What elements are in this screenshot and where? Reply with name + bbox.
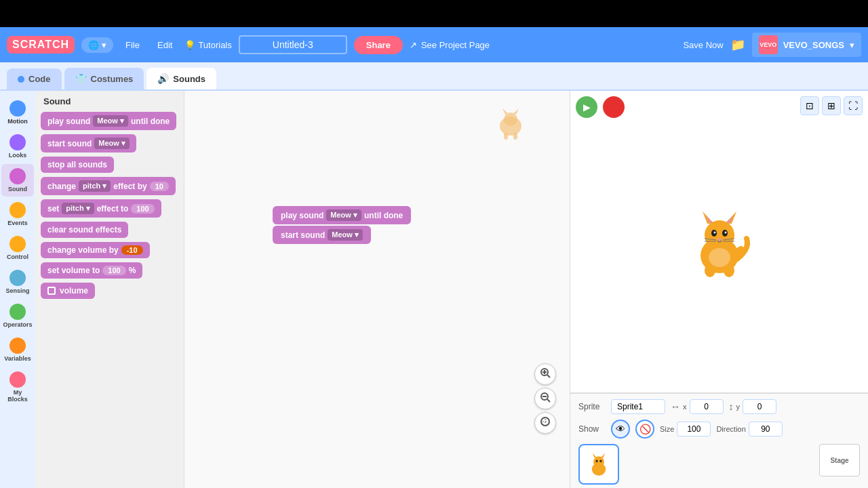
block-change-volume[interactable]: change volume by -10 [41, 242, 150, 258]
category-motion[interactable]: Motion [1, 96, 34, 129]
svg-line-7 [547, 375, 550, 378]
category-variables[interactable]: Variables [1, 333, 34, 366]
project-name-input[interactable] [239, 35, 347, 54]
scratch-logo[interactable]: SCRATCH [7, 36, 75, 54]
user-area: VEVO VEVO_SONGS ▾ [752, 33, 861, 57]
zoom-in-button[interactable] [534, 363, 556, 385]
size-input[interactable] [677, 422, 711, 436]
svg-point-40 [599, 460, 601, 462]
svg-point-17 [705, 220, 734, 250]
block-stop-all-sounds[interactable]: stop all sounds [41, 157, 114, 173]
category-operators[interactable]: Operators [1, 300, 34, 332]
svg-point-39 [596, 460, 598, 462]
svg-point-26 [717, 238, 722, 241]
edit-menu[interactable]: Edit [152, 37, 178, 53]
sprite-info-panel: Sprite ↔ x ↕ y Show 👁 � [570, 393, 868, 488]
category-looks[interactable]: Looks [1, 130, 34, 163]
zoom-out-button[interactable] [534, 388, 556, 409]
show-label: Show [578, 424, 606, 434]
sprite-info-row-2: Show 👁 🚫 Size Direction [578, 420, 860, 439]
script-area: play sound Meow ▾ until done start sound… [184, 91, 570, 488]
green-flag-button[interactable]: ▶ [576, 96, 597, 118]
events-dot [9, 202, 26, 218]
control-dot [9, 236, 26, 252]
block-volume[interactable]: volume [41, 283, 95, 299]
sprite-label: Sprite [578, 402, 606, 411]
categories-panel: Motion Looks Sound Events Control Sensin… [0, 91, 35, 488]
category-events[interactable]: Events [1, 198, 34, 230]
save-now-button[interactable]: Save Now [683, 40, 723, 50]
show-eye-button[interactable]: 👁 [611, 420, 630, 439]
variables-label: Variables [4, 355, 31, 362]
user-logo: VEVO [759, 35, 778, 54]
stage-cat-sprite [686, 205, 753, 279]
tab-costumes[interactable]: 👕 Costumes [64, 68, 144, 89]
hide-eye-button[interactable]: 🚫 [635, 420, 654, 439]
meow-dropdown-2[interactable]: Meow ▾ [94, 138, 130, 149]
block-start-sound[interactable]: start sound Meow ▾ [41, 134, 136, 152]
zoom-controls [534, 363, 556, 434]
lightbulb-icon: 💡 [184, 40, 195, 50]
layout-fullscreen-button[interactable]: ⛶ [844, 96, 863, 115]
motion-label: Motion [7, 118, 28, 125]
project-page-button[interactable]: ↗ See Project Page [410, 40, 490, 50]
stage-controls: ▶ [576, 96, 625, 118]
pitch-value-1[interactable]: 10 [150, 182, 169, 191]
user-name: VEVO_SONGS [783, 40, 844, 50]
canvas-block-play-sound[interactable]: play sound Meow ▾ until done [273, 206, 411, 224]
stage-section: Stage [819, 444, 860, 485]
canvas-block-group-1[interactable]: play sound Meow ▾ until done start sound… [273, 206, 411, 244]
tab-sounds[interactable]: 🔊 Sounds [146, 68, 216, 89]
layout-small-icon: ⊡ [806, 100, 814, 111]
tutorials-button[interactable]: 💡 Tutorials [184, 40, 231, 50]
stop-button[interactable] [603, 96, 625, 118]
variables-dot [9, 338, 26, 354]
volume-checkbox[interactable] [47, 287, 56, 295]
canvas-block-start-sound[interactable]: start sound Meow ▾ [273, 226, 371, 244]
direction-input[interactable] [749, 422, 783, 436]
volume-set-value[interactable]: 100 [102, 266, 125, 275]
tab-code[interactable]: Code [7, 68, 62, 89]
category-control[interactable]: Control [1, 232, 34, 264]
x-input[interactable] [690, 399, 724, 414]
header: SCRATCH 🌐 ▾ File Edit 💡 Tutorials Share … [0, 27, 868, 62]
meow-dropdown-1[interactable]: Meow ▾ [93, 115, 128, 127]
canvas-meow-2[interactable]: Meow ▾ [328, 229, 363, 241]
category-myblocks[interactable]: My Blocks [1, 367, 34, 407]
volume-change-value[interactable]: -10 [121, 245, 143, 255]
block-clear-sound-effects[interactable]: clear sound effects [41, 222, 128, 238]
file-menu[interactable]: File [120, 37, 145, 53]
size-label: Size [660, 425, 674, 433]
cat-hint-svg [492, 104, 529, 142]
folder-button[interactable]: 📁 [730, 37, 745, 52]
layout-medium-button[interactable]: ⊞ [822, 96, 841, 115]
block-set-volume[interactable]: set volume to 100 % [41, 262, 142, 279]
sprite-thumbnail-1[interactable] [578, 444, 619, 485]
stage-thumbnail[interactable]: Stage [819, 444, 860, 476]
zoom-out-icon [540, 392, 551, 405]
block-set-pitch[interactable]: set pitch ▾ effect to 100 [41, 199, 161, 218]
y-label: y [736, 403, 741, 411]
svg-marker-37 [593, 453, 597, 458]
share-button[interactable]: Share [354, 36, 403, 54]
pitch-dropdown-2[interactable]: pitch ▾ [62, 203, 94, 214]
pitch-dropdown-1[interactable]: pitch ▾ [79, 180, 111, 192]
stage-layout-buttons: ⊡ ⊞ ⛶ [800, 96, 863, 115]
category-sensing[interactable]: Sensing [1, 266, 34, 298]
globe-button[interactable]: 🌐 ▾ [81, 37, 113, 53]
myblocks-dot [9, 371, 26, 388]
y-coord-group: ↕ y [729, 399, 777, 414]
costumes-icon: 👕 [75, 73, 87, 84]
block-change-pitch[interactable]: change pitch ▾ effect by 10 [41, 177, 176, 195]
pitch-value-2[interactable]: 100 [131, 204, 154, 214]
events-label: Events [7, 220, 28, 226]
layout-small-button[interactable]: ⊡ [800, 96, 819, 115]
zoom-reset-button[interactable] [534, 412, 556, 434]
operators-label: Operators [3, 321, 33, 328]
category-sound[interactable]: Sound [1, 164, 34, 197]
block-play-sound-done[interactable]: play sound Meow ▾ until done [41, 112, 176, 130]
y-input[interactable] [743, 399, 776, 414]
canvas-meow-1[interactable]: Meow ▾ [326, 209, 361, 221]
sound-label: Sound [8, 186, 27, 192]
sprite-name-input[interactable] [611, 399, 665, 414]
